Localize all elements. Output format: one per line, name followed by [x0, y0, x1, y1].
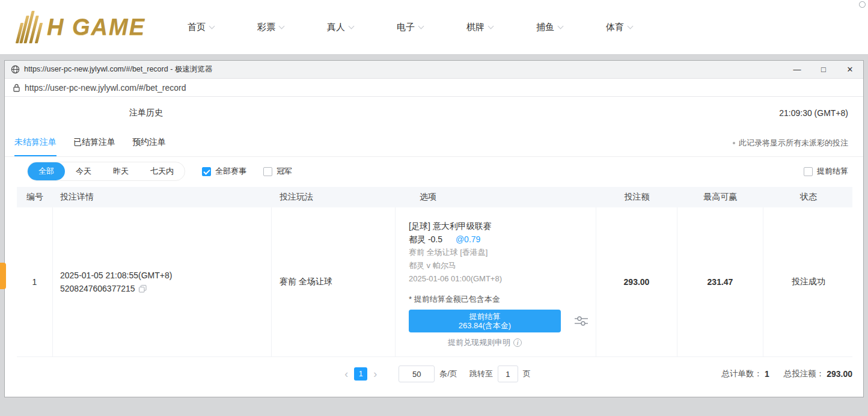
tab-reserved[interactable]: 预约注单	[132, 129, 166, 156]
nav-item-home[interactable]: 首页	[188, 22, 214, 33]
col-maxwin: 最高可赢	[677, 192, 763, 203]
cashout-note: * 提前结算金额已包含本金	[409, 294, 596, 305]
minimize-button[interactable]: —	[784, 65, 810, 74]
window-controls: — □ ✕	[784, 65, 863, 74]
bet-time: 2025-01-05 21:08:55(GMT+8)	[60, 269, 271, 282]
status: 投注成功	[763, 277, 854, 287]
table-row: 1 2025-01-05 21:08:55(GMT+8) 52082476063…	[17, 207, 852, 356]
bet-id: 5208247606377215	[60, 282, 135, 295]
odds: @0.79	[456, 234, 480, 244]
total-amount: 293.00	[827, 369, 852, 379]
jump-label: 跳转至	[469, 369, 493, 379]
col-status: 状态	[763, 192, 854, 203]
maxwin-cell: 231.47	[677, 207, 763, 356]
jump-suffix: 页	[523, 369, 531, 379]
selection: 都灵 -0.5	[409, 234, 442, 244]
cashout-rules-link[interactable]: 提前兑现规则申明	[409, 337, 561, 348]
stake-cell: 293.00	[596, 207, 677, 356]
checkbox-icon[interactable]	[202, 167, 211, 176]
logo-mark-icon	[18, 11, 42, 43]
jump-page-input[interactable]	[498, 366, 518, 382]
range-all[interactable]: 全部	[28, 162, 65, 180]
bottom-pad	[5, 391, 863, 397]
copy-icon[interactable]	[139, 285, 147, 293]
corner-circle-icon	[859, 1, 866, 8]
page-content: 注单历史 21:09:30 (GMT+8) 未结算注单 已结算注单 预约注单 此…	[5, 97, 863, 397]
filter-left: 全部 今天 昨天 七天内 全部赛事 冠军	[27, 162, 292, 181]
tune-slider-icon[interactable]	[574, 315, 588, 327]
close-button[interactable]: ✕	[837, 65, 863, 74]
bet-id-line: 5208247606377215	[60, 282, 271, 295]
floating-edge-tab[interactable]	[0, 263, 6, 289]
checkbox-icon[interactable]	[263, 167, 272, 176]
col-detail: 投注详情	[53, 192, 272, 203]
logo[interactable]: H GAME	[18, 11, 145, 43]
option-cell: [足球] 意大利甲级联赛 都灵 -0.5 @0.79 赛前 全场让球 [香港盘]…	[396, 207, 596, 356]
url-text: https://user-pc-new.jylywl.com/#/bet_rec…	[25, 83, 186, 93]
table-header: 编号 投注详情 投注玩法 选项 投注额 最高可赢 状态	[17, 187, 852, 207]
cashout-wrap: 提前结算 263.84(含本金)	[409, 310, 596, 332]
total-count-label: 总计单数：	[721, 369, 762, 379]
stake: 293.00	[596, 277, 677, 287]
nav-item-sports[interactable]: 体育	[606, 22, 632, 33]
filter-row: 全部 今天 昨天 七天内 全部赛事 冠军 提前结算	[5, 157, 863, 186]
chevron-down-icon	[558, 23, 564, 29]
nav-item-fishing[interactable]: 捕鱼	[536, 22, 563, 33]
nav-item-live[interactable]: 真人	[327, 22, 353, 33]
chevron-down-icon	[488, 23, 494, 29]
tabs: 未结算注单 已结算注单 预约注单	[14, 129, 166, 156]
clock: 21:09:30 (GMT+8)	[779, 108, 848, 118]
next-page-icon[interactable]: ›	[367, 368, 383, 381]
cashout-button[interactable]: 提前结算 263.84(含本金)	[409, 310, 561, 332]
checkbox-early-settle[interactable]: 提前结算	[804, 166, 848, 177]
selection-line: 都灵 -0.5 @0.79	[409, 233, 596, 246]
market: 赛前 全场让球 [香港盘]	[409, 246, 596, 259]
checkbox-all-events[interactable]: 全部赛事	[202, 166, 246, 177]
page-size-input[interactable]	[399, 366, 435, 382]
tabs-row: 未结算注单 已结算注单 预约注单 此记录将显示所有未派彩的投注	[5, 129, 863, 157]
play-type: 赛前 全场让球	[272, 207, 396, 356]
page-size-label: 条/页	[439, 369, 457, 379]
chevron-down-icon	[418, 23, 424, 29]
match-time: 2025-01-06 01:00(GMT+8)	[409, 272, 596, 286]
chevron-down-icon	[628, 23, 634, 29]
address-bar[interactable]: https://user-pc-new.jylywl.com/#/bet_rec…	[5, 79, 863, 97]
nav-item-slots[interactable]: 电子	[397, 22, 423, 33]
range-yesterday[interactable]: 昨天	[102, 162, 139, 180]
tab-unsettled[interactable]: 未结算注单	[14, 129, 57, 156]
status-cell: 投注成功	[763, 207, 854, 356]
browser-window: https://user-pc-new.jylywl.com/#/bet_rec…	[4, 60, 864, 397]
league: [足球] 意大利甲级联赛	[409, 219, 596, 233]
page-title: 注单历史	[129, 108, 163, 118]
checkbox-champion[interactable]: 冠军	[263, 166, 292, 177]
bet-table: 编号 投注详情 投注玩法 选项 投注额 最高可赢 状态 1 2025-01-05…	[17, 187, 852, 357]
window-title: https://user-pc-new.jylywl.com/#/bet_rec…	[24, 64, 784, 75]
max-win: 231.47	[677, 277, 763, 287]
site-header: H GAME 首页 彩票 真人 电子 棋牌 捕鱼 体育	[0, 0, 868, 54]
chevron-down-icon	[279, 23, 285, 29]
total-count: 1	[765, 369, 769, 379]
col-no: 编号	[17, 192, 53, 203]
title-row: 注单历史 21:09:30 (GMT+8)	[5, 97, 863, 129]
nav-item-cards[interactable]: 棋牌	[466, 22, 493, 33]
lock-icon	[13, 84, 20, 92]
info-icon	[513, 338, 522, 347]
tab-settled[interactable]: 已结算注单	[73, 129, 115, 156]
col-play: 投注玩法	[272, 192, 396, 203]
checkbox-icon[interactable]	[804, 167, 813, 176]
range-today[interactable]: 今天	[65, 162, 102, 180]
logo-text: H GAME	[47, 14, 145, 40]
chevron-down-icon	[349, 23, 355, 29]
current-page[interactable]: 1	[354, 367, 367, 381]
tab-note: 此记录将显示所有未派彩的投注	[733, 138, 848, 148]
range-7days[interactable]: 七天内	[139, 162, 185, 180]
pagination: ‹ 1 › 条/页 跳转至 页 总计单数： 1 总投注额： 293.00	[17, 357, 852, 391]
nav-item-lottery[interactable]: 彩票	[257, 22, 284, 33]
globe-icon	[11, 65, 20, 74]
match: 都灵 v 帕尔马	[409, 259, 596, 272]
maximize-button[interactable]: □	[810, 65, 837, 74]
chevron-down-icon	[209, 23, 215, 29]
col-stake: 投注额	[596, 192, 677, 203]
prev-page-icon[interactable]: ‹	[338, 368, 354, 381]
row-no: 1	[17, 207, 53, 356]
